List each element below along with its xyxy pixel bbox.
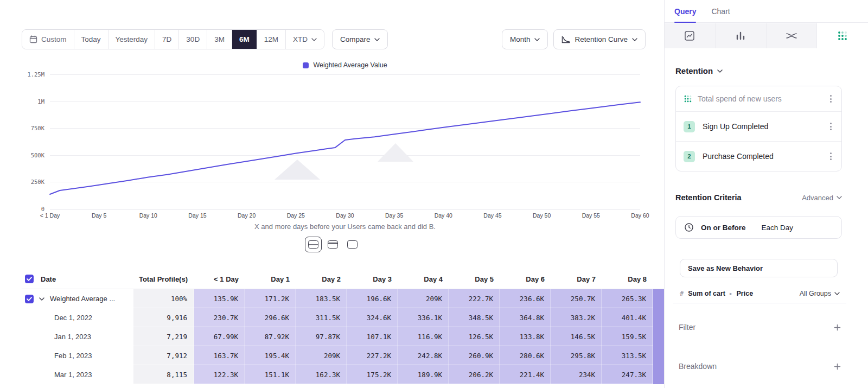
retention-value-cell[interactable]: 209K xyxy=(296,346,347,365)
retention-value-cell[interactable]: 209K xyxy=(398,289,449,308)
expand-row-chevron-icon[interactable] xyxy=(39,297,44,301)
kebab-menu-icon[interactable] xyxy=(828,120,834,132)
range-button-today[interactable]: Today xyxy=(74,30,108,49)
retention-value-cell-overflow[interactable] xyxy=(653,327,664,346)
total-profiles-cell[interactable]: 100% xyxy=(133,289,194,308)
retention-value-cell[interactable]: 195.4K xyxy=(245,346,296,365)
retention-value-cell[interactable]: 222.7K xyxy=(449,289,500,308)
criteria-condition-card[interactable]: On or Before Each Day xyxy=(675,216,842,239)
advanced-dropdown[interactable]: Advanced xyxy=(802,194,842,202)
kebab-menu-icon[interactable] xyxy=(828,150,834,162)
behavior-step-2[interactable]: 2 Purchase Completed xyxy=(676,141,841,171)
table-row-label[interactable]: Mar 1, 2023 xyxy=(22,365,133,384)
retention-value-cell-overflow[interactable] xyxy=(653,365,664,384)
retention-value-cell[interactable]: 311.5K xyxy=(296,308,347,327)
retention-value-cell[interactable]: 221.4K xyxy=(500,365,551,384)
retention-value-cell[interactable]: 401.4K xyxy=(602,308,653,327)
tab-chart[interactable]: Chart xyxy=(711,0,730,22)
retention-value-cell[interactable]: 133.8K xyxy=(500,327,551,346)
range-button-xtd[interactable]: XTD xyxy=(285,30,324,49)
add-breakdown-button[interactable] xyxy=(831,360,843,372)
total-profiles-cell[interactable]: 8,115 xyxy=(133,365,194,384)
chart-legend[interactable]: Weighted Average Value xyxy=(50,61,640,69)
tab-query[interactable]: Query xyxy=(674,0,696,22)
retention-value-cell[interactable]: 260.9K xyxy=(449,346,500,365)
retention-value-cell[interactable]: 146.5K xyxy=(551,327,602,346)
retention-value-cell[interactable]: 175.2K xyxy=(347,365,398,384)
total-profiles-cell[interactable]: 9,916 xyxy=(133,308,194,327)
retention-value-cell[interactable]: 348.5K xyxy=(449,308,500,327)
retention-value-cell[interactable]: 126.5K xyxy=(449,327,500,346)
retention-value-cell[interactable]: 247.3K xyxy=(602,365,653,384)
table-header-row-toggle[interactable] xyxy=(324,237,341,252)
measure-label[interactable]: Sum of cart xyxy=(688,290,725,297)
retention-value-cell[interactable]: 183.5K xyxy=(296,289,347,308)
retention-value-cell[interactable]: 151.1K xyxy=(245,365,296,384)
retention-value-cell[interactable]: 97.87K xyxy=(296,327,347,346)
table-row-label[interactable]: Feb 1, 2023 xyxy=(22,346,133,365)
retention-value-cell[interactable]: 230.7K xyxy=(194,308,245,327)
range-button-custom[interactable]: Custom xyxy=(22,30,74,49)
range-button-6m[interactable]: 6M xyxy=(232,30,257,49)
retention-value-cell[interactable]: 163.7K xyxy=(194,346,245,365)
retention-value-cell[interactable]: 295.8K xyxy=(551,346,602,365)
retention-value-cell[interactable]: 227.2K xyxy=(347,346,398,365)
retention-value-cell[interactable]: 383.2K xyxy=(551,308,602,327)
row-checkbox[interactable] xyxy=(25,295,34,303)
retention-value-cell[interactable]: 116.9K xyxy=(398,327,449,346)
report-type-flows[interactable] xyxy=(767,23,818,48)
total-profiles-cell[interactable]: 7,912 xyxy=(133,346,194,365)
retention-value-cell[interactable]: 265.3K xyxy=(602,289,653,308)
table-row-label[interactable]: Dec 1, 2022 xyxy=(22,308,133,327)
add-filter-button[interactable] xyxy=(831,321,843,333)
range-button-yesterday[interactable]: Yesterday xyxy=(108,30,155,49)
all-groups-dropdown[interactable]: All Groups xyxy=(800,290,840,297)
table-split-rows-toggle[interactable] xyxy=(305,237,322,252)
retention-value-cell[interactable]: 159.5K xyxy=(602,327,653,346)
total-profiles-cell[interactable]: 7,219 xyxy=(133,327,194,346)
table-plain-toggle[interactable] xyxy=(344,237,361,252)
table-row-label[interactable]: Weighted Average ... xyxy=(22,289,133,308)
retention-value-cell[interactable]: 87.92K xyxy=(245,327,296,346)
report-type-funnels[interactable] xyxy=(716,23,767,48)
retention-value-cell[interactable]: 313.5K xyxy=(602,346,653,365)
range-button-12m[interactable]: 12M xyxy=(257,30,285,49)
retention-value-cell-overflow[interactable] xyxy=(653,289,664,308)
chart-view-button[interactable]: Retention Curve xyxy=(553,29,646,49)
retention-section-heading[interactable]: Retention xyxy=(675,66,723,75)
report-type-insights[interactable] xyxy=(665,23,716,48)
retention-value-cell[interactable]: 107.1K xyxy=(347,327,398,346)
retention-value-cell-overflow[interactable] xyxy=(653,308,664,327)
table-row-label[interactable]: Jan 1, 2023 xyxy=(22,327,133,346)
retention-value-cell[interactable]: 280.6K xyxy=(500,346,551,365)
retention-value-cell[interactable]: 189.9K xyxy=(398,365,449,384)
measure-property[interactable]: Price xyxy=(737,290,754,297)
retention-value-cell[interactable]: 364.8K xyxy=(500,308,551,327)
retention-value-cell[interactable]: 236.6K xyxy=(500,289,551,308)
retention-value-cell[interactable]: 296.6K xyxy=(245,308,296,327)
retention-value-cell[interactable]: 206.2K xyxy=(449,365,500,384)
retention-value-cell[interactable]: 336.1K xyxy=(398,308,449,327)
retention-value-cell[interactable]: 122.3K xyxy=(194,365,245,384)
behavior-card-header[interactable]: Total spend of new users xyxy=(676,86,841,111)
retention-value-cell[interactable]: 162.3K xyxy=(296,365,347,384)
granularity-button[interactable]: Month xyxy=(502,29,548,49)
select-all-checkbox[interactable] xyxy=(25,275,34,283)
range-button-30d[interactable]: 30D xyxy=(178,30,207,49)
retention-value-cell[interactable]: 324.6K xyxy=(347,308,398,327)
compare-button[interactable]: Compare xyxy=(332,29,388,49)
retention-value-cell[interactable]: 250.7K xyxy=(551,289,602,308)
criteria-unit[interactable]: Each Day xyxy=(762,224,794,232)
retention-value-cell[interactable]: 171.2K xyxy=(245,289,296,308)
retention-value-cell[interactable]: 67.99K xyxy=(194,327,245,346)
report-type-retention[interactable] xyxy=(817,23,868,48)
behavior-step-1[interactable]: 1 Sign Up Completed xyxy=(676,111,841,141)
criteria-condition[interactable]: On or Before xyxy=(701,224,746,232)
range-button-7d[interactable]: 7D xyxy=(155,30,178,49)
retention-value-cell-overflow[interactable] xyxy=(653,346,664,365)
retention-value-cell[interactable]: 242.8K xyxy=(398,346,449,365)
range-button-3m[interactable]: 3M xyxy=(207,30,232,49)
retention-value-cell[interactable]: 196.6K xyxy=(347,289,398,308)
save-as-new-behavior-button[interactable]: Save as New Behavior xyxy=(680,259,838,277)
kebab-menu-icon[interactable] xyxy=(828,93,834,105)
